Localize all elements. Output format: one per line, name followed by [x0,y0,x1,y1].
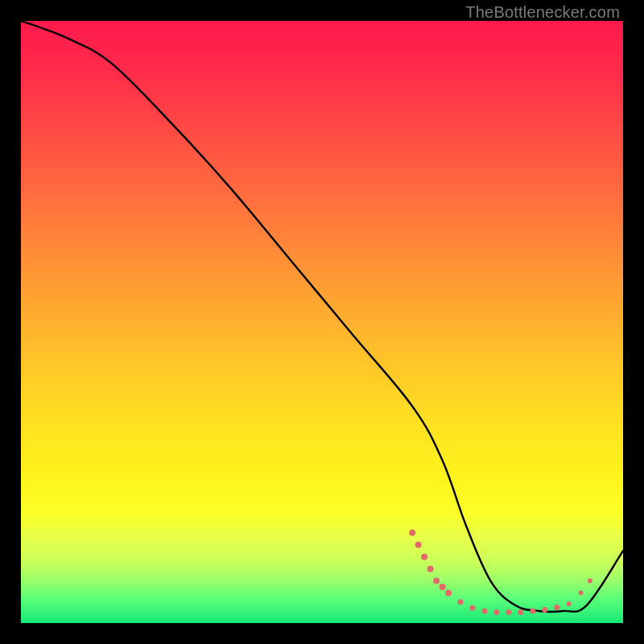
marker-dot [588,579,592,584]
marker-dot [493,609,499,615]
chart-stage: TheBottlenecker.com [0,0,644,644]
marker-dot [415,542,422,548]
marker-dot [530,609,535,614]
marker-dot [427,566,434,572]
marker-dot [554,605,559,610]
marker-dot [445,590,452,597]
marker-dot [409,530,415,536]
attribution-text: TheBottlenecker.com [465,3,620,22]
marker-dot [458,599,464,605]
curve-layer [21,21,623,623]
marker-dot [518,609,523,615]
bottleneck-curve [21,21,623,612]
marker-group [409,530,592,615]
marker-dot [506,609,511,615]
marker-dot [421,554,427,560]
marker-dot [470,605,476,611]
marker-dot [542,607,547,613]
marker-dot [579,591,584,596]
plot-area [21,21,623,623]
marker-dot [440,584,446,590]
marker-dot [482,609,488,614]
marker-dot [433,578,440,584]
marker-dot [567,601,572,606]
